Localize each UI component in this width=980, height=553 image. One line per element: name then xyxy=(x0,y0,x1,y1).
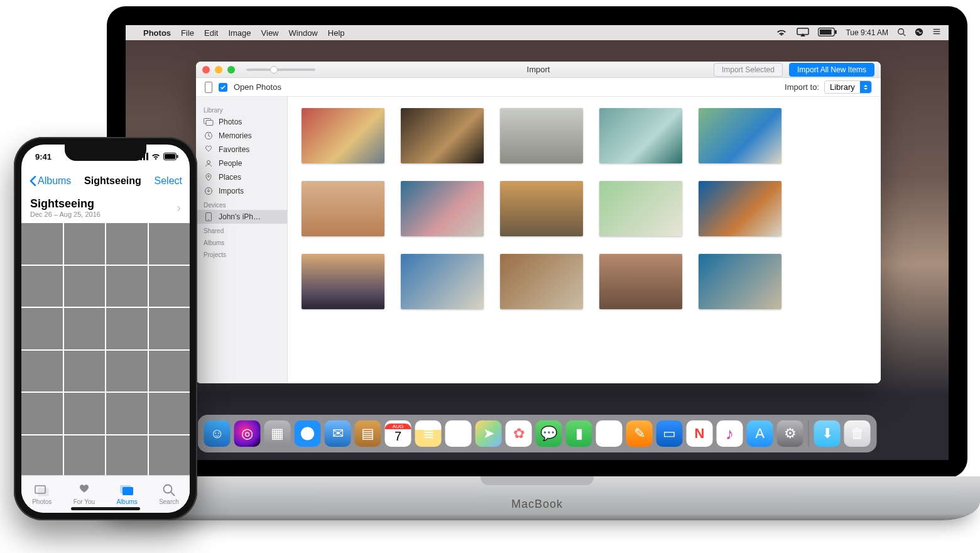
photo-thumbnail[interactable] xyxy=(21,351,63,392)
menu-image[interactable]: Image xyxy=(228,28,251,38)
dock-app-itunes[interactable]: ♪ xyxy=(717,420,743,447)
photo-thumbnail[interactable] xyxy=(21,435,63,477)
dock-app-messages[interactable]: 💬 xyxy=(536,420,562,447)
sidebar-item-places[interactable]: Places xyxy=(196,170,287,184)
people-icon xyxy=(204,159,214,168)
import-thumbnail[interactable] xyxy=(302,181,384,236)
sidebar-item-favorites[interactable]: Favorites xyxy=(196,143,287,156)
dock-app-notes[interactable]: ≣ xyxy=(415,420,442,447)
tab-search[interactable]: Search xyxy=(159,483,179,505)
photo-thumbnail[interactable] xyxy=(64,223,106,265)
dock-app-maps[interactable]: ➤ xyxy=(476,420,502,447)
dock-app-preferences[interactable]: ⚙ xyxy=(777,420,803,447)
dock-app-facetime[interactable]: ▮ xyxy=(566,420,592,447)
photo-thumbnail[interactable] xyxy=(106,266,148,307)
menu-window[interactable]: Window xyxy=(289,28,318,38)
dock-app-photos[interactable]: ✿ xyxy=(506,420,532,447)
svg-rect-8 xyxy=(206,121,213,126)
photo-thumbnail[interactable] xyxy=(64,435,106,477)
import-thumbnail[interactable] xyxy=(699,108,781,163)
import-thumbnail[interactable] xyxy=(599,254,682,309)
import-thumbnail[interactable] xyxy=(401,108,484,163)
photo-thumbnail[interactable] xyxy=(106,435,148,477)
import-thumbnail[interactable] xyxy=(599,108,682,163)
sidebar-item-label: Places xyxy=(219,173,241,182)
photo-thumbnail[interactable] xyxy=(21,308,63,349)
photo-thumbnail[interactable] xyxy=(106,308,148,349)
dock-app-finder[interactable]: ☺ xyxy=(204,420,231,447)
tab-albums[interactable]: Albums xyxy=(116,483,137,505)
airplay-icon[interactable] xyxy=(797,28,809,38)
photo-thumbnail[interactable] xyxy=(149,351,190,392)
dock-app-mail[interactable]: ✉ xyxy=(325,420,351,447)
import-thumbnail[interactable] xyxy=(500,181,583,236)
menubar-clock[interactable]: Tue 9:41 AM xyxy=(846,28,888,37)
battery-icon[interactable] xyxy=(818,28,837,38)
siri-icon[interactable] xyxy=(915,28,923,38)
menu-view[interactable]: View xyxy=(261,28,279,38)
photo-thumbnail[interactable] xyxy=(21,223,63,265)
import-thumbnail[interactable] xyxy=(401,181,484,236)
menu-edit[interactable]: Edit xyxy=(204,28,218,38)
albums-icon xyxy=(119,483,135,497)
album-header[interactable]: Sightseeing Dec 26 – Aug 25, 2016 › xyxy=(21,194,190,223)
photo-thumbnail[interactable] xyxy=(64,393,106,434)
photo-thumbnail[interactable] xyxy=(149,308,190,349)
photo-thumbnail[interactable] xyxy=(149,223,190,265)
import-thumbnail[interactable] xyxy=(699,254,781,309)
tab-foryou[interactable]: For You xyxy=(74,483,95,505)
dock-app-reminders[interactable]: ⊟ xyxy=(445,420,472,447)
menu-help[interactable]: Help xyxy=(328,28,345,38)
dock-app-safari[interactable]: ✦ xyxy=(295,420,321,447)
dock-app-trash[interactable]: 🗑 xyxy=(844,420,871,447)
select-stepper-icon xyxy=(860,81,871,93)
menu-file[interactable]: File xyxy=(181,28,194,38)
open-photos-checkbox[interactable] xyxy=(219,83,227,92)
back-button[interactable]: Albums xyxy=(29,175,71,187)
import-thumbnail[interactable] xyxy=(599,181,682,236)
import-thumbnail[interactable] xyxy=(302,254,384,309)
sidebar-section-header: Albums xyxy=(196,236,287,248)
import-thumbnail[interactable] xyxy=(401,254,484,309)
photo-thumbnail[interactable] xyxy=(106,351,148,392)
svg-rect-3 xyxy=(835,30,837,34)
sidebar-section-header: Shared xyxy=(196,224,287,236)
window-titlebar[interactable]: Import Import Selected Import All New It… xyxy=(196,62,881,78)
dock-app-contacts[interactable]: ▤ xyxy=(355,420,381,447)
dock-app-news[interactable]: N xyxy=(687,420,713,447)
dock-app-calendar[interactable]: AUG7 xyxy=(385,420,411,447)
sidebar-item-memories[interactable]: Memories xyxy=(196,129,287,143)
photo-thumbnail[interactable] xyxy=(149,435,190,477)
photo-thumbnail[interactable] xyxy=(106,223,148,265)
sidebar-item-photos[interactable]: Photos xyxy=(196,115,287,129)
sidebar-item-imports[interactable]: Imports xyxy=(196,184,287,198)
dock-app-pages[interactable]: ✎ xyxy=(626,420,653,447)
photo-thumbnail[interactable] xyxy=(64,266,106,307)
photo-thumbnail[interactable] xyxy=(149,266,190,307)
photo-thumbnail[interactable] xyxy=(21,393,63,434)
import-thumbnail[interactable] xyxy=(500,254,583,309)
menubar-app-name[interactable]: Photos xyxy=(143,28,171,38)
dock-app-launchpad[interactable]: ▦ xyxy=(264,420,291,447)
wifi-icon[interactable] xyxy=(775,28,788,38)
sidebar-item-john-s-iph-[interactable]: John's iPh… xyxy=(196,210,287,224)
dock-app-numbers[interactable]: ▥ xyxy=(596,420,623,447)
chevron-right-icon: › xyxy=(177,200,181,215)
notification-center-icon[interactable] xyxy=(932,28,941,38)
import-thumbnail[interactable] xyxy=(699,181,781,236)
select-button[interactable]: Select xyxy=(155,175,182,187)
spotlight-icon[interactable] xyxy=(897,28,906,38)
import-thumbnail[interactable] xyxy=(500,108,583,163)
import-thumbnail[interactable] xyxy=(302,108,384,163)
dock-app-siri[interactable]: ◎ xyxy=(234,420,261,447)
dock-app-appstore[interactable]: A xyxy=(747,420,773,447)
photo-thumbnail[interactable] xyxy=(64,308,106,349)
photo-thumbnail[interactable] xyxy=(21,266,63,307)
tab-photos[interactable]: Photos xyxy=(32,483,52,505)
dock-app-keynote[interactable]: ▭ xyxy=(656,420,683,447)
dock-app-downloads[interactable]: ⬇ xyxy=(814,420,841,447)
photo-thumbnail[interactable] xyxy=(106,393,148,434)
photo-thumbnail[interactable] xyxy=(64,351,106,392)
photo-thumbnail[interactable] xyxy=(149,393,190,434)
sidebar-item-people[interactable]: People xyxy=(196,156,287,170)
